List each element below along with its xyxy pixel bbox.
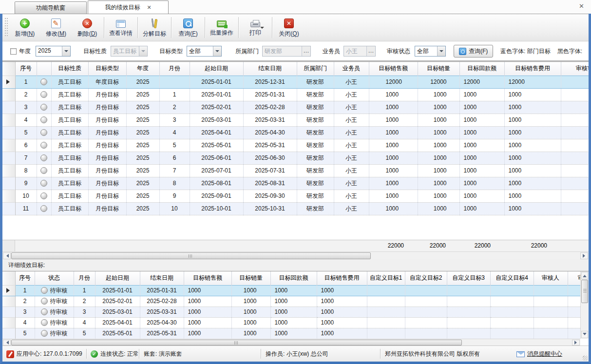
- table-cell[interactable]: 2025-02-01: [190, 101, 243, 114]
- table-cell[interactable]: 员工目标: [51, 190, 88, 202]
- scroll-right-icon[interactable]: [572, 340, 580, 345]
- table-cell[interactable]: 12000: [459, 76, 504, 88]
- chevron-down-icon[interactable]: [62, 46, 70, 56]
- table-cell[interactable]: 1: [74, 285, 95, 296]
- table-cell[interactable]: 2025-04-01: [95, 317, 140, 328]
- table-cell[interactable]: 1000: [270, 285, 317, 296]
- table-cell[interactable]: 1000: [270, 307, 317, 317]
- scroll-left-icon[interactable]: [3, 252, 11, 259]
- table-cell[interactable]: 月份目标: [88, 177, 126, 190]
- scrollbar-thumb[interactable]: [11, 252, 371, 259]
- table-cell[interactable]: 1000: [418, 126, 459, 139]
- table-cell[interactable]: [367, 328, 405, 339]
- table-cell[interactable]: 2025: [126, 88, 159, 101]
- column-header-年度[interactable]: 年度: [126, 62, 159, 76]
- table-cell[interactable]: [367, 296, 405, 307]
- table-cell[interactable]: [490, 296, 534, 307]
- table-cell[interactable]: 1000: [504, 101, 561, 114]
- year-checkbox[interactable]: [10, 48, 17, 55]
- table-cell[interactable]: [561, 152, 589, 164]
- table-cell[interactable]: 4: [159, 126, 190, 139]
- table-cell[interactable]: [561, 101, 589, 114]
- table-cell[interactable]: 1000: [504, 139, 561, 152]
- table-cell[interactable]: 1000: [270, 328, 317, 339]
- table-cell[interactable]: 1: [15, 76, 37, 88]
- tab-performance-goals[interactable]: 我的绩效目标✕: [88, 0, 169, 14]
- detail-vertical-scrollbar[interactable]: [580, 271, 589, 339]
- chevron-down-icon[interactable]: [437, 46, 445, 56]
- split-button[interactable]: 分解目标: [139, 14, 170, 41]
- table-cell[interactable]: 2025-04-30: [140, 317, 184, 328]
- table-cell[interactable]: 2: [74, 296, 95, 307]
- table-cell[interactable]: 11: [15, 202, 37, 215]
- table-cell[interactable]: [534, 296, 568, 307]
- table-cell[interactable]: 1000: [369, 126, 418, 139]
- column-header-所属部门[interactable]: 所属部门: [297, 62, 334, 76]
- tab-function-nav[interactable]: 功能导航窗: [15, 1, 87, 14]
- table-cell[interactable]: 3: [15, 307, 35, 317]
- column-header-目标销售额[interactable]: 目标销售额: [369, 62, 418, 76]
- table-cell[interactable]: 1000: [317, 307, 367, 317]
- row-header[interactable]: [2, 139, 15, 152]
- table-cell[interactable]: 1000: [369, 88, 418, 101]
- table-cell[interactable]: 1000: [459, 88, 504, 101]
- table-cell[interactable]: 5: [15, 328, 35, 339]
- table-cell[interactable]: 1000: [459, 139, 504, 152]
- table-cell[interactable]: [568, 317, 580, 328]
- table-cell[interactable]: [561, 202, 589, 215]
- table-cell[interactable]: [405, 307, 447, 317]
- row-header[interactable]: [2, 164, 15, 177]
- row-header[interactable]: [2, 88, 15, 101]
- table-cell[interactable]: [37, 177, 51, 190]
- table-cell[interactable]: 1: [15, 285, 35, 296]
- table-cell[interactable]: 4: [15, 114, 37, 126]
- table-cell[interactable]: 2025-02-28: [243, 101, 297, 114]
- table-cell[interactable]: 2025-04-01: [190, 126, 243, 139]
- audit-select[interactable]: 全部: [415, 46, 446, 57]
- table-cell[interactable]: 小王: [334, 152, 369, 164]
- table-cell[interactable]: 研发部: [297, 177, 334, 190]
- table-cell[interactable]: 员工目标: [51, 114, 88, 126]
- table-cell[interactable]: 5: [159, 139, 190, 152]
- table-cell[interactable]: 2025-02-01: [95, 296, 140, 307]
- table-cell[interactable]: 2025-05-01: [190, 139, 243, 152]
- column-header-自定义目标3[interactable]: 自定义目标3: [447, 271, 490, 285]
- table-cell[interactable]: 小王: [334, 139, 369, 152]
- search-button[interactable]: 查询(F): [454, 45, 493, 57]
- table-cell[interactable]: [561, 88, 589, 101]
- column-header-业务员[interactable]: 业务员: [334, 62, 369, 76]
- table-cell[interactable]: 2025: [126, 101, 159, 114]
- table-cell[interactable]: 1000: [317, 317, 367, 328]
- table-cell[interactable]: 研发部: [297, 202, 334, 215]
- table-cell[interactable]: 月份目标: [88, 202, 126, 215]
- table-cell[interactable]: 1000: [459, 152, 504, 164]
- table-cell[interactable]: 1000: [418, 88, 459, 101]
- table-cell[interactable]: 2025-10-31: [243, 202, 297, 215]
- column-header-起始日期[interactable]: 起始日期: [190, 62, 243, 76]
- table-cell[interactable]: 1000: [418, 139, 459, 152]
- column-header-自定义目标4[interactable]: 自定义目标4: [490, 271, 534, 285]
- table-cell[interactable]: 2025-01-01: [190, 76, 243, 88]
- table-cell[interactable]: [534, 317, 568, 328]
- column-header-结束日期[interactable]: 结束日期: [140, 271, 184, 285]
- table-cell[interactable]: [490, 307, 534, 317]
- row-header[interactable]: [2, 126, 15, 139]
- row-header[interactable]: [2, 190, 15, 202]
- table-cell[interactable]: 1000: [504, 114, 561, 126]
- table-cell[interactable]: [37, 202, 51, 215]
- table-cell[interactable]: 2025-04-30: [243, 126, 297, 139]
- table-cell[interactable]: 研发部: [297, 101, 334, 114]
- table-cell[interactable]: 1000: [504, 126, 561, 139]
- tab-close-icon[interactable]: ✕: [147, 1, 151, 14]
- table-cell[interactable]: [447, 307, 490, 317]
- table-cell[interactable]: 小王: [334, 164, 369, 177]
- table-cell[interactable]: 10: [159, 202, 190, 215]
- detail-button[interactable]: 查看详情: [105, 14, 136, 41]
- column-header-目标销售额[interactable]: 目标销售额: [184, 271, 231, 285]
- table-cell[interactable]: 2025-05-31: [140, 328, 184, 339]
- table-cell[interactable]: [447, 317, 490, 328]
- table-cell[interactable]: 1000: [418, 190, 459, 202]
- table-cell[interactable]: 6: [15, 139, 37, 152]
- table-row[interactable]: 2员工目标月份目标202512025-01-012025-01-31研发部小王1…: [2, 88, 589, 101]
- window-close-icon[interactable]: ✕: [579, 2, 584, 10]
